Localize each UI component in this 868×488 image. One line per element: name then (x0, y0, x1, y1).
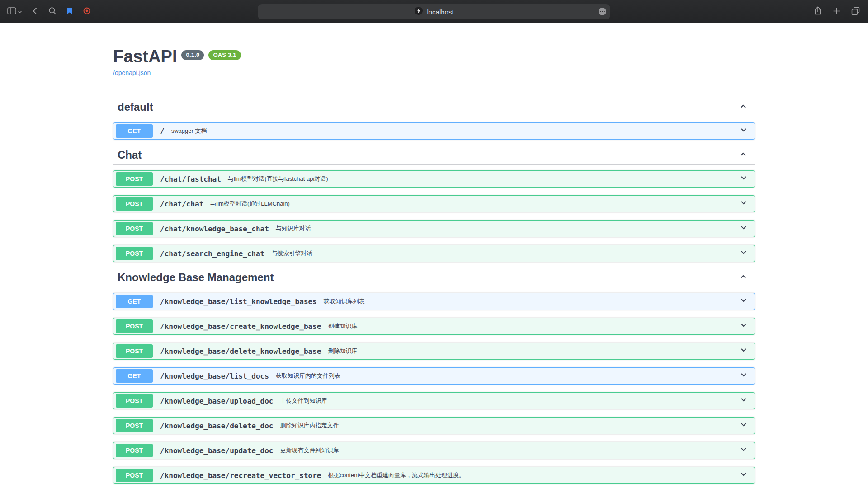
tag-header[interactable]: Chat (113, 147, 755, 165)
endpoint-path: /knowledge_base/list_docs (160, 372, 269, 380)
method-badge: POST (116, 247, 153, 260)
method-badge: POST (116, 172, 153, 186)
sidebar-toggle-button[interactable] (6, 6, 23, 17)
endpoint-description: 与搜索引擎对话 (271, 249, 312, 258)
method-badge: POST (116, 444, 153, 457)
collapse-section-icon[interactable] (739, 100, 748, 114)
method-badge: POST (116, 394, 153, 408)
expand-endpoint-icon[interactable] (739, 346, 748, 357)
plus-icon (833, 7, 840, 16)
expand-endpoint-icon[interactable] (739, 174, 748, 184)
site-favicon-icon (414, 6, 423, 17)
expand-endpoint-icon[interactable] (739, 198, 748, 209)
endpoint-description: 根据content中文档重建向量库，流式输出处理进度。 (328, 471, 465, 479)
search-button[interactable] (47, 6, 57, 17)
method-badge: GET (116, 295, 153, 308)
api-tag-section: default GET / swagger 文档 (113, 99, 755, 140)
api-info: FastAPI 0.1.0 OAS 3.1 /openapi.json (113, 47, 755, 77)
record-extension-button[interactable] (82, 6, 92, 17)
collapse-section-icon[interactable] (739, 271, 748, 284)
search-icon (48, 7, 57, 16)
endpoint-description: 上传文件到知识库 (280, 397, 327, 405)
record-icon (83, 7, 91, 16)
method-badge: GET (116, 369, 153, 383)
expand-endpoint-icon[interactable] (739, 445, 748, 456)
tag-header[interactable]: default (113, 99, 755, 117)
swagger-content: FastAPI 0.1.0 OAS 3.1 /openapi.json defa… (113, 23, 755, 484)
endpoint-description: 与llm模型对话(通过LLMChain) (210, 200, 290, 208)
endpoint-row[interactable]: GET /knowledge_base/list_knowledge_bases… (113, 293, 755, 310)
browser-toolbar: localhost (0, 0, 868, 23)
endpoint-row[interactable]: POST /knowledge_base/update_doc 更新现有文件到知… (113, 442, 755, 459)
endpoint-description: 与llm模型对话(直接与fastchat api对话) (228, 175, 328, 183)
toolbar-right-group (813, 0, 861, 23)
api-sections: default GET / swagger 文档 Chat (113, 99, 755, 484)
expand-endpoint-icon[interactable] (739, 371, 748, 381)
endpoint-row[interactable]: POST /knowledge_base/upload_doc 上传文件到知识库 (113, 392, 755, 409)
version-badge: 0.1.0 (181, 50, 204, 60)
expand-endpoint-icon[interactable] (739, 420, 748, 431)
endpoint-description: swagger 文档 (171, 127, 207, 135)
bookmark-extension-button[interactable] (65, 6, 75, 17)
endpoint-row[interactable]: POST /knowledge_base/delete_doc 删除知识库内指定… (113, 417, 755, 434)
api-tag-section: Knowledge Base Management GET /knowledge… (113, 270, 755, 484)
endpoint-description: 获取知识库内的文件列表 (276, 372, 340, 380)
bookmark-icon (66, 7, 74, 16)
endpoint-row[interactable]: POST /chat/fastchat 与llm模型对话(直接与fastchat… (113, 170, 755, 188)
endpoint-description: 删除知识库 (328, 347, 357, 355)
expand-endpoint-icon[interactable] (739, 321, 748, 332)
share-icon (814, 6, 822, 17)
endpoint-description: 与知识库对话 (276, 225, 311, 233)
tag-header[interactable]: Knowledge Base Management (113, 270, 755, 287)
endpoint-row[interactable]: POST /knowledge_base/delete_knowledge_ba… (113, 343, 755, 360)
expand-endpoint-icon[interactable] (739, 296, 748, 307)
back-button[interactable] (30, 6, 40, 18)
new-tab-button[interactable] (832, 6, 841, 17)
toolbar-left-group (6, 0, 92, 23)
endpoint-row[interactable]: GET /knowledge_base/list_docs 获取知识库内的文件列… (113, 367, 755, 385)
endpoint-row[interactable]: POST /chat/search_engine_chat 与搜索引擎对话 (113, 245, 755, 262)
expand-endpoint-icon[interactable] (739, 126, 748, 136)
tabs-icon (851, 7, 860, 17)
endpoint-row[interactable]: POST /chat/chat 与llm模型对话(通过LLMChain) (113, 195, 755, 212)
method-badge: POST (116, 319, 153, 333)
endpoint-row[interactable]: GET / swagger 文档 (113, 122, 755, 140)
tag-name: default (118, 100, 153, 114)
page-body: FastAPI 0.1.0 OAS 3.1 /openapi.json defa… (0, 23, 868, 488)
expand-endpoint-icon[interactable] (739, 470, 748, 481)
endpoint-row[interactable]: POST /knowledge_base/create_knowledge_ba… (113, 318, 755, 335)
expand-endpoint-icon[interactable] (739, 248, 748, 259)
endpoint-row[interactable]: POST /chat/knowledge_base_chat 与知识库对话 (113, 220, 755, 237)
operations-list: GET / swagger 文档 (113, 122, 755, 140)
endpoint-path: /chat/fastchat (160, 175, 221, 183)
api-title: FastAPI 0.1.0 OAS 3.1 (113, 47, 755, 66)
endpoint-path: /knowledge_base/recreate_vector_store (160, 471, 321, 480)
share-button[interactable] (813, 5, 823, 18)
api-title-text: FastAPI (113, 47, 177, 66)
extensions-menu-icon[interactable] (598, 7, 607, 18)
tag-name: Chat (118, 148, 142, 162)
chevron-left-icon (31, 7, 39, 17)
operations-list: POST /chat/fastchat 与llm模型对话(直接与fastchat… (113, 170, 755, 262)
method-badge: GET (116, 124, 153, 138)
method-badge: POST (116, 344, 153, 358)
endpoint-row[interactable]: POST /knowledge_base/recreate_vector_sto… (113, 467, 755, 484)
method-badge: POST (116, 419, 153, 432)
tabs-overview-button[interactable] (850, 6, 861, 18)
endpoint-path: /knowledge_base/delete_doc (160, 422, 273, 430)
url-text: localhost (427, 8, 453, 16)
endpoint-path: /chat/knowledge_base_chat (160, 225, 269, 233)
collapse-section-icon[interactable] (739, 148, 748, 162)
address-bar[interactable]: localhost (258, 4, 610, 19)
expand-endpoint-icon[interactable] (739, 223, 748, 234)
endpoint-path: /chat/search_engine_chat (160, 249, 264, 258)
endpoint-description: 获取知识库列表 (324, 297, 365, 305)
openapi-spec-link[interactable]: /openapi.json (113, 69, 151, 77)
operations-list: GET /knowledge_base/list_knowledge_bases… (113, 293, 755, 484)
endpoint-path: /knowledge_base/list_knowledge_bases (160, 297, 317, 306)
endpoint-description: 更新现有文件到知识库 (280, 446, 339, 455)
endpoint-path: /knowledge_base/update_doc (160, 446, 273, 455)
endpoint-path: /chat/chat (160, 200, 203, 208)
tag-name: Knowledge Base Management (118, 271, 274, 284)
expand-endpoint-icon[interactable] (739, 395, 748, 406)
